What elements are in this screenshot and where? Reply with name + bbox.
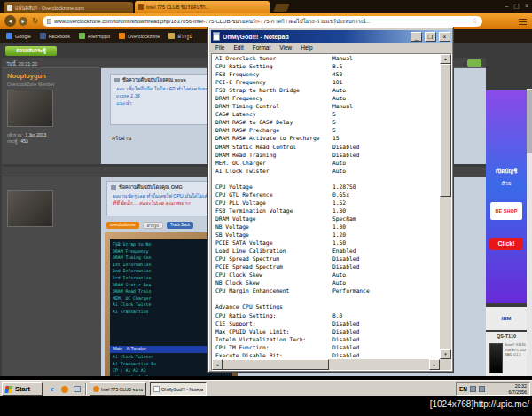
setting-name: DRAM RAS# to CAS# Delay (215, 118, 293, 126)
browser-menu-icon[interactable] (519, 19, 527, 25)
bookmark-item[interactable]: Overclockzone (119, 33, 160, 39)
ad-banner-line1: เปิดบัญชี (486, 167, 527, 176)
network-icon[interactable] (479, 386, 485, 392)
notepad-vertical-scrollbar[interactable]: ▲ ▼ (440, 54, 451, 359)
notepad-close-button[interactable]: × (439, 32, 450, 42)
tab-overclockzone-fanclub[interactable]: แฟนคลับฯ - Overclockzone.com (4, 2, 133, 13)
setting-name: CPU GTL Reference (215, 191, 272, 199)
tray-time: 20:32 (515, 383, 527, 389)
setting-name: Max CPUID Value Limit: (215, 327, 289, 335)
show-desktop-icon[interactable] (72, 383, 82, 395)
tray-clock[interactable]: 20:32 6/7/2556 (508, 383, 527, 395)
setting-value: 101 (332, 78, 342, 86)
url-bar[interactable]: www.overclockzone.com/forums/showthread.… (43, 16, 482, 27)
notepad-line: FSB Frequency450 (212, 70, 440, 78)
language-indicator[interactable]: EN (459, 386, 467, 392)
bookmark-label: Facebook (49, 34, 70, 39)
new-reply-button[interactable]: ตอบกลับกระทู้ (5, 46, 57, 56)
page-scrollbar-thumb[interactable] (527, 90, 532, 153)
notepad-line: FSB Termination Voltage1.30 (212, 207, 440, 215)
setting-name: DRAM Timing Control (215, 102, 279, 110)
scroll-up-icon[interactable]: ▲ (440, 54, 451, 64)
notepad-maximize-button[interactable]: ❐ (425, 32, 436, 42)
scroll-down-icon[interactable]: ▼ (440, 349, 451, 359)
notepad-line: NB Voltage1.30 (212, 223, 440, 231)
notepad-minimize-button[interactable]: _ (411, 32, 422, 42)
setting-name: CPU TM Function: (215, 343, 270, 351)
notepad-text-area[interactable]: AI Overclock tunerManualCPU Ratio Settin… (212, 54, 440, 359)
image-host-chip[interactable]: overclockzone (106, 222, 139, 229)
menu-item-view[interactable]: View (275, 43, 296, 53)
image-host-chip[interactable]: Track Back (167, 222, 193, 229)
setting-value: 450 (332, 70, 342, 78)
setting-value: Disabled (332, 335, 359, 343)
ad-card1-title: IBM (486, 307, 527, 330)
vertical-scroll-thumb[interactable] (440, 64, 451, 197)
post1-avatar[interactable] (7, 90, 53, 127)
close-window-icon[interactable]: × (525, 2, 528, 10)
ad-card-ibm[interactable]: IBM (486, 307, 527, 330)
setting-name: DRAM RAS# Precharge (215, 126, 279, 134)
notepad-line: DRAM VoltageSpecRam (212, 215, 440, 223)
horizontal-scroll-thumb[interactable] (223, 359, 329, 370)
setting-name: PCIE SATA Voltage (215, 239, 272, 247)
setting-value: 1.52 (332, 199, 346, 207)
notepad-task-label: OhMyGod!!! - Notepad (161, 387, 203, 392)
menu-item-help[interactable]: Help (296, 43, 317, 53)
maximize-window-icon[interactable]: ▢ (513, 2, 520, 10)
scroll-left-icon[interactable]: ◄ (212, 359, 223, 370)
forward-button[interactable]: ► (19, 17, 27, 26)
post2-avatar[interactable] (7, 190, 53, 227)
notepad-line: DRAM FrequencyAuto (212, 94, 440, 102)
ad-click-button[interactable]: Click! (489, 238, 523, 250)
volume-icon[interactable] (470, 386, 476, 392)
setting-name: AI Clock Twister (215, 167, 270, 175)
task-button-browser[interactable]: Intel 775 CLUB ชมรม... (90, 382, 146, 396)
notepad-horizontal-scrollbar[interactable]: ◄ ► (212, 359, 440, 370)
notepad-line: CPU Spread SpectrumDisabled (212, 255, 440, 263)
task-button-notepad[interactable]: OhMyGod!!! - Notepad (150, 382, 207, 396)
notepad-line: DRAM Timing ControlManual (212, 102, 440, 110)
notepad-menu-bar: FileEditFormatViewHelp (211, 43, 452, 53)
setting-name: FSB Strap to North Bridge (215, 86, 300, 94)
system-tray: EN 20:32 6/7/2556 (456, 382, 530, 396)
setting-value: Manual (332, 54, 353, 62)
setting-value: Disabled (332, 151, 359, 159)
notepad-line: Load Line CalibrationEnabled (212, 247, 440, 255)
bookmark-item[interactable]: Facebook (40, 33, 70, 39)
menu-item-edit[interactable]: Edit (229, 43, 247, 53)
post1-number-badge[interactable] (467, 59, 481, 67)
browser-quicklaunch-icon[interactable] (59, 383, 70, 395)
image-host-chip[interactable]: ฝากรูป (143, 222, 163, 229)
notepad-line: FSB Strap to North BridgeAuto (212, 86, 440, 94)
ie-quicklaunch-icon[interactable]: e (47, 383, 58, 395)
bookmark-item[interactable]: FilerHippo (79, 33, 110, 39)
menu-item-file[interactable]: File (211, 43, 229, 53)
ad-banner[interactable]: เปิดบัญชี ด้วย BE SHOP Click! (486, 90, 527, 303)
setting-value: 1.50 (332, 239, 346, 247)
bookmark-item[interactable]: ฝากรูป (168, 33, 192, 40)
page-scrollbar[interactable] (527, 89, 532, 376)
setting-value: Auto (332, 86, 346, 94)
tab-intel-775-club[interactable]: Intel 775 CLUB ชมรมคนรัก... (135, 1, 270, 13)
start-button[interactable]: Start (2, 382, 43, 396)
new-tab-button[interactable] (273, 4, 290, 12)
back-button[interactable]: ◄ (4, 15, 16, 27)
ad-card-product[interactable]: QS-T110 Xeon® X34302GB ECC DDR3RAID 0,1,… (486, 332, 527, 376)
page-icon (47, 19, 51, 24)
post1-user-stats: เข้าร่วม:1 Jun 2013กระทู้:453 (7, 132, 98, 145)
notepad-title-bar[interactable]: OhMyGod!!! - Notepad _ ❐ × (211, 30, 452, 43)
setting-name: FSB Frequency (215, 70, 259, 78)
notepad-line: C1E Support:Disabled (212, 319, 440, 327)
bookmark-item[interactable]: Google (6, 33, 31, 39)
post1-username[interactable]: Nooploygun (7, 72, 46, 80)
setting-name: Intel® Virtualization Tech: (215, 335, 306, 343)
bookmark-star-icon[interactable]: ☆ (472, 17, 478, 26)
post1-timestamp: วันนี้, 20:21:20 (6, 60, 37, 67)
reload-button[interactable]: ↻ (30, 16, 40, 26)
post1-quote-header-text: ข้อความต้นฉบับโดยคุณ nova (122, 76, 186, 83)
minimize-window-icon[interactable]: – (505, 2, 508, 10)
scroll-right-icon[interactable]: ► (429, 359, 440, 370)
setting-value: Performance (332, 286, 370, 294)
menu-item-format[interactable]: Format (248, 43, 276, 53)
